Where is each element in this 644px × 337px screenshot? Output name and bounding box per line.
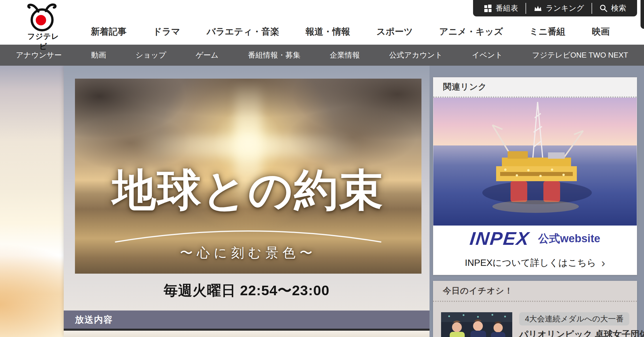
fujitv-logo[interactable]: フジテレビ — [25, 2, 62, 42]
grid-icon — [484, 4, 492, 12]
ranking-label: ランキング — [546, 3, 584, 13]
subnav-item-program-info[interactable]: 番組情報・募集 — [248, 50, 300, 60]
inpex-link-text: INPEXについて詳しくはこちら — [465, 257, 596, 269]
nav-item-sports[interactable]: スポーツ — [376, 26, 413, 38]
program-hero-banner: 地球との約束 〜心に刻む景色〜 — [75, 79, 421, 274]
section-title: 放送内容 — [75, 314, 113, 326]
main-content-column: 地球との約束 〜心に刻む景色〜 毎週火曜日 22:54〜23:00 放送内容 — [64, 66, 430, 337]
inpex-logo: INPEX — [469, 228, 531, 249]
nav-item-mini-programs[interactable]: ミニ番組 — [529, 26, 565, 38]
pick-thumbnail[interactable] — [441, 312, 512, 337]
program-subtitle: 〜心に刻む景色〜 — [75, 244, 421, 262]
fujitv-homepage: 地球との約束 〜心に刻む景色〜 毎週火曜日 22:54〜23:00 放送内容 関… — [0, 0, 644, 337]
inpex-official-label: 公式website — [538, 231, 600, 246]
subnav-item-corporate[interactable]: 企業情報 — [330, 50, 360, 60]
pick-badge: 4大会連続メダルへの大一番 — [519, 312, 629, 325]
inpex-logo-row[interactable]: INPEX 公式website — [433, 226, 637, 251]
nav-item-anime-kids[interactable]: アニメ・キッズ — [439, 26, 503, 38]
subnav-item-shop[interactable]: ショップ — [135, 50, 166, 60]
related-links-card: 関連リンク — [433, 77, 637, 275]
subnav-item-one-two-next[interactable]: フジテレビONE TWO NEXT — [532, 50, 628, 60]
related-links-header: 関連リンク — [433, 77, 637, 98]
program-title: 地球との約束 — [75, 168, 421, 212]
search-icon — [600, 4, 608, 12]
nav-item-new-articles[interactable]: 新着記事 — [91, 26, 127, 38]
inpex-ad-image[interactable] — [433, 98, 637, 226]
nav-item-variety-music[interactable]: バラエティ・音楽 — [207, 26, 279, 38]
nav-item-movies[interactable]: 映画 — [592, 26, 610, 38]
sunbeam-horizontal — [137, 136, 359, 156]
fujitv-logo-text: フジテレビ — [25, 31, 62, 52]
fujitv-eye-icon — [25, 2, 62, 32]
subnav-item-announcer[interactable]: アナウンサー — [16, 50, 62, 60]
primary-nav: 新着記事 ドラマ バラエティ・音楽 報道・情報 スポーツ アニメ・キッズ ミニ番… — [91, 23, 610, 40]
timetable-button[interactable]: 番組表 — [484, 3, 518, 13]
chevron-right-icon: › — [601, 257, 605, 269]
todays-pick-header: 今日のイチオシ！ — [433, 281, 637, 302]
utility-separator — [592, 3, 592, 14]
pick-text-block[interactable]: 4大会連続メダルへの大一番 パリオリンピック 卓球女子団体準決 — [519, 312, 644, 337]
subnav-item-video[interactable]: 動画 — [91, 50, 106, 60]
site-header: フジテレビ 新着記事 ドラマ バラエティ・音楽 報道・情報 スポーツ アニメ・キ… — [0, 0, 644, 45]
subnav-item-official-accounts[interactable]: 公式アカウント — [389, 50, 442, 60]
todays-pick-title: 今日のイチオシ！ — [443, 285, 513, 297]
nav-item-drama[interactable]: ドラマ — [153, 26, 180, 38]
menu-button[interactable] — [641, 0, 644, 29]
todays-pick-card: 今日のイチオシ！ — [433, 281, 637, 337]
nav-item-news-info[interactable]: 報道・情報 — [306, 26, 350, 38]
subnav-item-game[interactable]: ゲーム — [196, 50, 219, 60]
search-button[interactable]: 検索 — [600, 3, 626, 13]
ranking-button[interactable]: ランキング — [534, 3, 584, 13]
section-header-bar: 放送内容 — [64, 311, 441, 331]
pick-headline: パリオリンピック 卓球女子団体準決 — [519, 328, 644, 337]
secondary-nav: アナウンサー 動画 ショップ ゲーム 番組情報・募集 企業情報 公式アカウント … — [0, 45, 644, 66]
utility-bar: 番組表 ランキング 検索 — [473, 0, 637, 16]
pick-item[interactable]: 4大会連続メダルへの大一番 パリオリンピック 卓球女子団体準決 — [433, 302, 637, 337]
crown-icon — [534, 5, 542, 12]
section-content-edge — [64, 331, 430, 337]
subnav-item-event[interactable]: イベント — [472, 50, 502, 60]
related-links-title: 関連リンク — [443, 81, 487, 93]
table-tennis-team-photo — [441, 312, 512, 337]
utility-separator — [526, 3, 526, 14]
horizon-arc — [113, 224, 383, 244]
timetable-label: 番組表 — [496, 3, 518, 13]
sidebar: 関連リンク — [430, 66, 644, 337]
search-label: 検索 — [611, 3, 626, 13]
broadcast-schedule: 毎週火曜日 22:54〜23:00 — [64, 281, 430, 300]
inpex-detail-link[interactable]: INPEXについて詳しくはこちら › — [433, 251, 637, 274]
